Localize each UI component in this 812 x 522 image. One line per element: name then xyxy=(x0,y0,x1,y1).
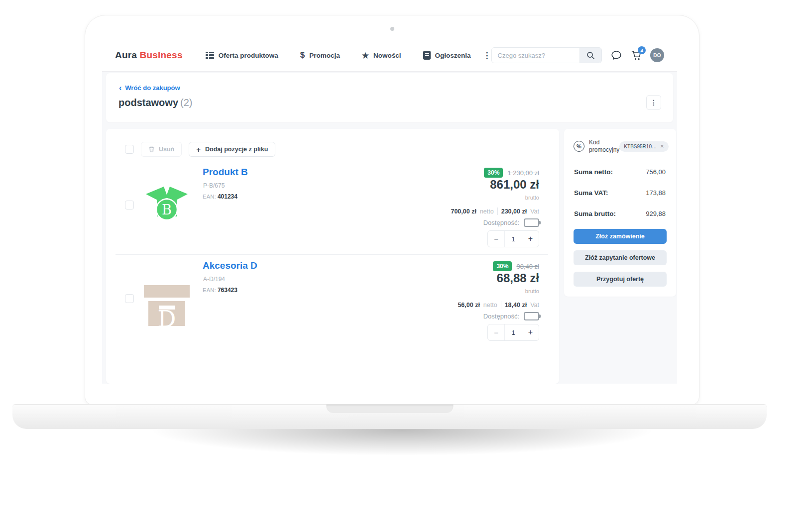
cart-count-badge: 4 xyxy=(638,46,646,54)
product-image[interactable]: D xyxy=(142,272,192,326)
search-input[interactable] xyxy=(492,48,580,63)
vat-label: Vat xyxy=(530,302,539,309)
availability-label: Dostępność: xyxy=(483,313,519,320)
summary-label: Suma VAT: xyxy=(574,189,608,197)
discount-badge: 30% xyxy=(493,261,512,271)
page-header-card: ‹ Wróć do zakupów podstawowy(2) ⋮ xyxy=(106,73,673,122)
dollar-icon: $ xyxy=(300,50,305,60)
old-price: 1 230,00 zł xyxy=(507,169,539,177)
quantity-stepper: − 1 + xyxy=(487,230,539,247)
net-price: 700,00 zł xyxy=(451,208,476,215)
nav-item-label: Nowości xyxy=(373,52,401,59)
summary-value: 929,88 xyxy=(646,210,666,217)
add-button-label: Dodaj pozycje z pliku xyxy=(205,146,268,153)
gross-price: 68,88 zł xyxy=(497,271,539,285)
net-label: netto xyxy=(480,208,494,215)
grid-list-icon xyxy=(206,52,214,59)
add-items-from-file-button[interactable]: + Dodaj pozycje z pliku xyxy=(189,142,275,157)
product-row: B Produkt B P-B/675 EAN:401234 30% 1 230… xyxy=(106,161,559,254)
remove-promo-code-icon[interactable]: × xyxy=(660,144,664,148)
page-title: podstawowy(2) xyxy=(118,97,192,108)
cart-options-button[interactable]: ⋮ xyxy=(646,95,661,110)
nav-item-label: Oferta produktowa xyxy=(219,52,278,59)
product-image-letter: D xyxy=(148,308,185,326)
nav-item-nowosci[interactable]: ★ Nowości xyxy=(362,51,401,60)
back-to-shopping-link[interactable]: ‹ Wróć do zakupów xyxy=(119,84,180,92)
box-body-graphic: D xyxy=(148,301,185,326)
net-vat-line: 700,00 zł netto 230,00 zł Vat xyxy=(451,208,539,215)
submit-inquiry-button[interactable]: Złóż zapytanie ofertowe xyxy=(574,250,667,265)
laptop-base xyxy=(12,404,767,429)
nav-item-ogloszenia[interactable]: Ogłoszenia xyxy=(423,51,471,60)
separator xyxy=(497,208,498,215)
product-image-letter: B xyxy=(142,202,192,217)
quantity-increase-button[interactable]: + xyxy=(522,231,539,247)
product-name-link[interactable]: Produkt B xyxy=(203,167,248,178)
prepare-offer-button[interactable]: Przygotuj ofertę xyxy=(574,272,667,287)
nav-item-label: Ogłoszenia xyxy=(435,52,471,59)
promo-code-row: % Kod promocyjny KTBS95R10… × xyxy=(574,139,668,154)
product-sku: P-B/675 xyxy=(203,182,225,189)
vat-amount: 230,00 zł xyxy=(501,208,527,215)
ean-value: 763423 xyxy=(218,287,237,294)
net-price: 56,00 zł xyxy=(458,302,479,309)
gross-label: brutto xyxy=(525,288,539,294)
product-row: D Akcesoria D A-D/194 EAN:763423 30% 98,… xyxy=(106,254,559,348)
laptop-frame: Aura Business Oferta produktowa $ Promoc… xyxy=(85,15,699,405)
chevron-left-icon: ‹ xyxy=(119,85,121,91)
product-ean: EAN:401234 xyxy=(203,193,237,200)
laptop-base-notch xyxy=(326,405,453,413)
summary-totals: Suma netto: 756,00 Suma VAT: 173,88 Suma… xyxy=(574,168,666,231)
availability-line: Dostępność: xyxy=(483,218,539,227)
availability-line: Dostępność: xyxy=(483,312,539,320)
delete-button-label: Usuń xyxy=(159,146,174,153)
net-label: netto xyxy=(483,302,497,309)
summary-label: Suma brutto: xyxy=(574,210,616,217)
select-all-checkbox[interactable] xyxy=(125,145,134,154)
book-icon xyxy=(423,51,431,60)
gross-label: brutto xyxy=(525,195,539,201)
nav-more-menu-icon[interactable]: ⋮ xyxy=(483,51,491,60)
quantity-stepper: − 1 + xyxy=(487,324,539,341)
app-logo[interactable]: Aura Business xyxy=(115,50,183,61)
ean-label: EAN: xyxy=(203,287,216,293)
divider xyxy=(574,159,667,159)
quantity-value[interactable]: 1 xyxy=(504,324,522,340)
star-icon: ★ xyxy=(362,51,369,60)
summary-value: 756,00 xyxy=(646,168,666,176)
product-checkbox[interactable] xyxy=(125,201,134,209)
quantity-increase-button[interactable]: + xyxy=(522,324,539,340)
cart-button[interactable]: 4 xyxy=(631,50,642,61)
nav-item-promocja[interactable]: $ Promocja xyxy=(300,50,340,60)
cart-items-card: Usuń + Dodaj pozycje z pliku xyxy=(106,129,559,384)
nav-item-oferta-produktowa[interactable]: Oferta produktowa xyxy=(206,52,278,59)
order-summary-card: % Kod promocyjny KTBS95R10… × Suma netto… xyxy=(564,129,676,297)
product-image[interactable]: B xyxy=(142,179,192,232)
cart-name: podstawowy xyxy=(118,97,178,108)
promo-code-chip: KTBS95R10… × xyxy=(619,141,668,152)
vat-label: Vat xyxy=(530,208,539,215)
user-avatar[interactable]: DO xyxy=(650,48,664,62)
ean-value: 401234 xyxy=(218,193,237,200)
app-screen: Aura Business Oferta produktowa $ Promoc… xyxy=(102,39,677,384)
nav-item-label: Promocja xyxy=(309,52,340,59)
delete-button[interactable]: Usuń xyxy=(141,142,182,157)
availability-battery-icon xyxy=(524,312,539,320)
promo-percent-icon: % xyxy=(574,141,584,152)
chat-button[interactable] xyxy=(611,50,622,60)
quantity-decrease-button[interactable]: − xyxy=(488,324,504,340)
promo-code-label: Kod promocyjny xyxy=(589,139,619,154)
place-order-button[interactable]: Złóż zamówienie xyxy=(574,229,667,244)
logo-accent: Business xyxy=(140,50,183,60)
list-toolbar: Usuń + Dodaj pozycje z pliku xyxy=(125,142,275,157)
old-price: 98,40 zł xyxy=(516,263,539,270)
quantity-value[interactable]: 1 xyxy=(504,231,522,247)
product-name-link[interactable]: Akcesoria D xyxy=(203,260,257,271)
product-checkbox[interactable] xyxy=(125,294,134,303)
ean-label: EAN: xyxy=(203,194,216,200)
logo-primary: Aura xyxy=(115,50,137,60)
search-button[interactable] xyxy=(580,48,601,63)
summary-row-vat: Suma VAT: 173,88 xyxy=(574,189,666,197)
quantity-decrease-button[interactable]: − xyxy=(488,231,504,247)
vat-amount: 18,40 zł xyxy=(505,302,527,309)
